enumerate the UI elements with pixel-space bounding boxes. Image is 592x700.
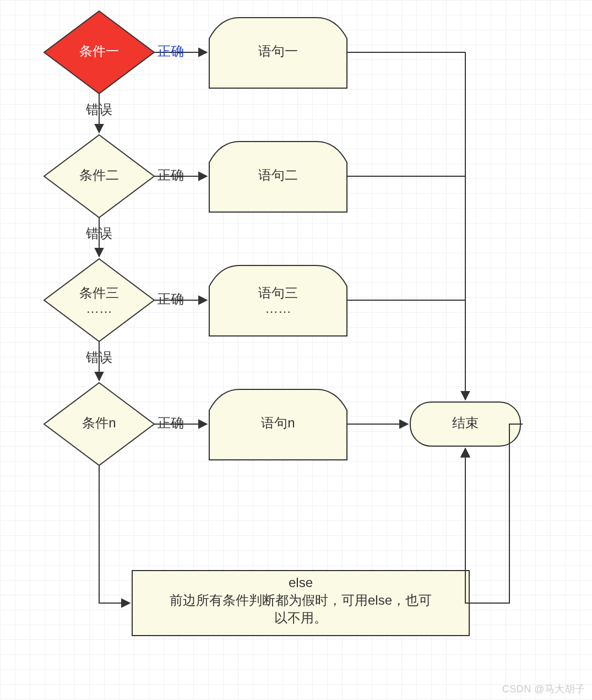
terminator-end-label: 结束 (452, 415, 479, 430)
svg-text:错误: 错误 (85, 226, 112, 241)
process-statement-2-label: 语句二 (258, 167, 298, 182)
process-statement-2: 语句二 (209, 142, 347, 212)
edge-cond3-false: 错误 (85, 341, 112, 381)
process-statement-3: 语句三 …… (209, 265, 347, 336)
edge-cond3-true: 正确 (154, 291, 207, 306)
decision-condition-2-label: 条件二 (79, 167, 119, 182)
watermark-text: CSDN @马大胡子 (502, 682, 585, 696)
process-statement-3-label-2: …… (265, 301, 291, 316)
decision-condition-2: 条件二 (44, 135, 154, 218)
svg-text:错误: 错误 (85, 102, 112, 117)
edge-cond2-true: 正确 (154, 167, 207, 182)
process-statement-1-label: 语句一 (258, 44, 298, 58)
edge-condn-true: 正确 (154, 415, 207, 430)
decision-condition-3: 条件三 …… (44, 259, 154, 341)
decision-condition-3-label-1: 条件三 (79, 285, 119, 300)
process-else-label-2: 前边所有条件判断都为假时，可用else，也可 (170, 593, 432, 607)
process-statement-3-label-1: 语句三 (258, 285, 298, 300)
edge-cond1-false: 错误 (85, 94, 112, 133)
decision-condition-3-label-2: …… (86, 301, 112, 316)
flowchart-canvas: 条件一 条件二 条件三 …… 条件n 语句一 语句二 语句三 …… 语句n 结束 (0, 0, 592, 700)
process-statement-1: 语句一 (209, 18, 347, 88)
process-statement-n: 语句n (209, 389, 347, 460)
svg-text:正确: 正确 (157, 167, 184, 182)
edge-cond1-true: 正确 (154, 44, 207, 58)
svg-text:错误: 错误 (85, 350, 112, 365)
svg-text:正确: 正确 (157, 291, 184, 306)
process-statement-n-label: 语句n (261, 415, 295, 430)
edge-else-end (469, 424, 523, 603)
decision-condition-n-label: 条件n (82, 415, 116, 430)
decision-condition-1-label: 条件一 (79, 44, 119, 58)
svg-text:正确: 正确 (157, 44, 184, 58)
edge-condn-false (99, 465, 130, 603)
svg-text:正确: 正确 (157, 415, 184, 430)
process-else-label-1: else (289, 575, 313, 590)
process-else: else 前边所有条件判断都为假时，可用else，也可 以不用。 (132, 571, 469, 636)
edge-cond2-false: 错误 (85, 218, 112, 257)
decision-condition-1: 条件一 (44, 11, 154, 94)
decision-condition-n: 条件n (44, 383, 154, 465)
process-else-label-3: 以不用。 (274, 610, 327, 625)
